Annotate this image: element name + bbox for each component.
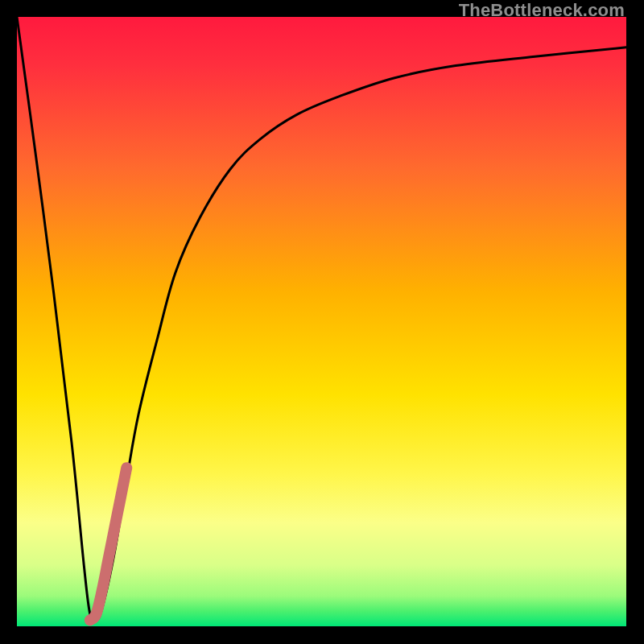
chart-frame: TheBottleneck.com	[0, 0, 644, 644]
plot-area	[17, 17, 626, 626]
highlight-segment	[90, 468, 126, 620]
watermark-text: TheBottleneck.com	[459, 0, 625, 21]
curve-layer	[17, 17, 626, 626]
